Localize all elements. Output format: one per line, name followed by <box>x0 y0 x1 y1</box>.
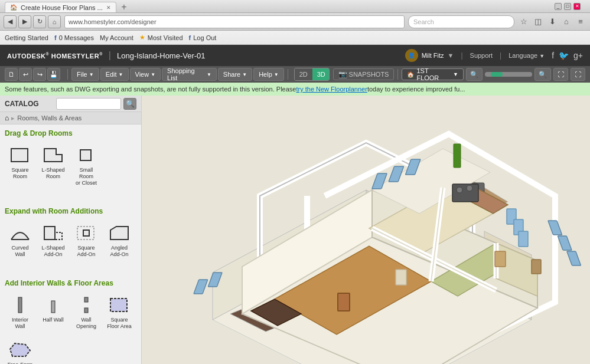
wall-opening-label: WallOpening <box>76 317 96 330</box>
freeform-floor-label: Free-FormFloor Area <box>8 362 33 364</box>
bookmark-star-icon[interactable]: ☆ <box>518 16 530 28</box>
catalog-item-half-wall[interactable]: Half Wall <box>38 292 69 332</box>
tab-label: Create House Floor Plans ... <box>21 4 103 11</box>
search-bar[interactable]: Search <box>408 15 514 28</box>
new-tab-button[interactable]: + <box>119 2 129 12</box>
camera-icon: 📷 <box>338 70 347 78</box>
browser-tabs: 🏠 Create House Floor Plans ... ✕ + <box>5 0 555 12</box>
nav-home-icon[interactable]: ⌂ <box>5 114 9 122</box>
zoom-out-button[interactable]: 🔍 <box>466 68 483 81</box>
zoom-slider[interactable] <box>485 72 532 77</box>
refresh-button[interactable]: ↻ <box>33 15 46 28</box>
drag-drop-items-grid: SquareRoom L-ShapedRoom <box>5 142 136 188</box>
svg-rect-11 <box>84 308 88 313</box>
facebook-icon: f <box>54 34 57 41</box>
twitter-social-icon[interactable]: 🐦 <box>559 51 569 60</box>
bookmark-label: Most Visited <box>148 34 183 41</box>
window-controls: _ □ ✕ <box>555 3 581 10</box>
catalog-item-angled-addon[interactable]: AngledAdd-On <box>104 220 135 260</box>
share-menu[interactable]: Share ▼ <box>218 68 252 81</box>
lshaped-addon-label: L-ShapedAdd-On <box>41 245 64 258</box>
file-menu[interactable]: File ▼ <box>71 68 99 81</box>
zoom-handle <box>491 72 503 77</box>
back-button[interactable]: ◀ <box>4 15 17 28</box>
square-room-icon <box>7 145 33 166</box>
view-3d-button[interactable]: 3D <box>312 68 330 80</box>
catalog-item-square-room[interactable]: SquareRoom <box>5 142 35 188</box>
bookmark-logout[interactable]: f Log Out <box>189 34 217 41</box>
app-header-right: 👤 Milt Fitz ▼ | Support | Language ▼ f 🐦… <box>405 49 583 62</box>
square-addon-label: SquareAdd-On <box>77 245 95 258</box>
bookmark-getting-started[interactable]: Getting Started <box>5 34 48 41</box>
help-menu[interactable]: Help ▼ <box>253 68 284 81</box>
toolbar-undo-button[interactable]: ↩ <box>19 68 32 81</box>
forward-button[interactable]: ▶ <box>18 15 31 28</box>
browser-tab-active[interactable]: 🏠 Create House Floor Plans ... ✕ <box>5 2 116 12</box>
shopping-list-menu[interactable]: Shopping List ▼ <box>162 68 217 81</box>
logo-separator: | <box>109 50 111 61</box>
app-logo: AUTODESK® HOMESTYLER® <box>7 52 103 60</box>
bookmark-label: Getting Started <box>5 34 48 41</box>
app-header: AUTODESK® HOMESTYLER® | Long-Island-Home… <box>0 45 590 66</box>
download-icon[interactable]: ⬇ <box>546 16 558 28</box>
toolbar-redo-button[interactable]: ↪ <box>33 68 46 81</box>
svg-rect-9 <box>51 301 55 313</box>
svg-rect-5 <box>44 227 55 240</box>
catalog-item-lshaped-addon[interactable]: L-ShapedAdd-On <box>38 220 69 260</box>
user-avatar: 👤 <box>405 49 418 62</box>
freeform-items-grid: Free-FormFloor Area <box>5 337 136 364</box>
floor-indicator[interactable]: 🏠 1ST FLOOR ▼ <box>402 68 464 80</box>
snapshots-button[interactable]: 📷 SNAPSHOTS <box>333 68 395 80</box>
svg-rect-2 <box>80 150 91 160</box>
bookmark-my-account[interactable]: My Account <box>100 34 133 41</box>
view-menu[interactable]: View ▼ <box>130 68 161 81</box>
catalog-search-input[interactable] <box>56 98 121 110</box>
catalog-item-interior-wall[interactable]: InteriorWall <box>5 292 35 332</box>
support-link[interactable]: Support <box>470 52 493 59</box>
user-info: 👤 Milt Fitz ▼ <box>405 49 454 62</box>
svg-rect-12 <box>110 299 127 311</box>
section-interior-walls: Add Interior Walls & Floor Areas Interio… <box>0 274 141 364</box>
view-toggle: 2D 3D <box>294 68 330 81</box>
catalog-item-wall-opening[interactable]: WallOpening <box>71 292 102 332</box>
catalog-item-square-addon[interactable]: SquareAdd-On <box>71 220 102 260</box>
svg-rect-62 <box>452 184 478 202</box>
user-caret[interactable]: ▼ <box>448 52 454 59</box>
view-2d-button[interactable]: 2D <box>295 68 312 80</box>
floor-icon: 🏠 <box>407 71 414 78</box>
menu-icon[interactable]: ≡ <box>575 16 586 28</box>
edit-menu[interactable]: Edit ▼ <box>100 68 129 81</box>
minimize-button[interactable]: _ <box>555 3 562 10</box>
browser-home-icon[interactable]: ⌂ <box>560 16 572 28</box>
facebook-social-icon[interactable]: f <box>552 51 554 60</box>
zoom-in-button[interactable]: 🔍 <box>534 68 551 81</box>
address-bar[interactable]: www.homestyler.com/designer <box>64 15 405 28</box>
close-button[interactable]: ✕ <box>573 3 581 10</box>
language-dropdown[interactable]: Language ▼ <box>508 52 545 59</box>
svg-rect-29 <box>519 231 528 247</box>
lshaped-room-label: L-ShapedRoom <box>41 167 64 180</box>
toolbar-file-icon-1[interactable]: 🗋 <box>5 68 18 81</box>
section-room-additions: Expand with Room Additions Curved Wall <box>0 202 141 270</box>
tab-close-button[interactable]: ✕ <box>106 5 111 11</box>
maximize-button[interactable]: □ <box>564 3 571 10</box>
fit-screen-button[interactable]: ⛶ <box>553 68 568 81</box>
home-button[interactable]: ⌂ <box>48 15 61 28</box>
catalog-item-lshaped-room[interactable]: L-ShapedRoom <box>38 142 69 188</box>
reader-mode-icon[interactable]: ◫ <box>532 16 544 28</box>
bookmark-messages[interactable]: f 0 Messages <box>54 34 94 41</box>
googleplus-social-icon[interactable]: g+ <box>573 51 583 60</box>
svg-marker-1 <box>44 149 62 162</box>
toolbar-save-button[interactable]: 💾 <box>47 68 60 81</box>
bookmark-most-visited[interactable]: ★ Most Visited <box>139 34 183 41</box>
catalog-item-small-room[interactable]: Small Roomor Closet <box>71 142 102 188</box>
catalog-item-freeform-floor[interactable]: Free-FormFloor Area <box>5 337 35 364</box>
new-floorplanner-link[interactable]: try the New Floorplanner <box>296 86 367 93</box>
square-addon-icon <box>73 222 99 244</box>
catalog-item-square-floor[interactable]: SquareFloor Area <box>104 292 135 332</box>
catalog-item-curved-wall[interactable]: Curved Wall <box>5 220 35 260</box>
catalog-search-button[interactable]: 🔍 <box>123 98 136 110</box>
catalog-header: CATALOG 🔍 <box>0 96 141 112</box>
toolbar-separator-2 <box>288 69 288 80</box>
fullscreen-button[interactable]: ⛶ <box>571 68 585 81</box>
